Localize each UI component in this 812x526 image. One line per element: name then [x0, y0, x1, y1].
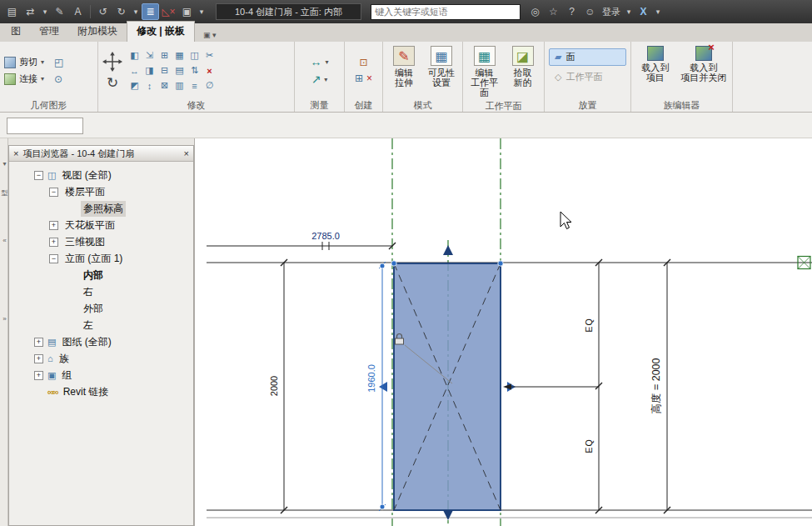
- collapsed-properties-strip[interactable]: ▾ 型 « »: [0, 138, 8, 526]
- expand-right-icon[interactable]: »: [1, 315, 8, 323]
- tree-item-ref-level[interactable]: 参照标高: [9, 200, 193, 217]
- place-on-face-option[interactable]: ▰ 面: [549, 48, 626, 66]
- edit-extrusion-button[interactable]: ✎ 编辑拉伸: [387, 46, 421, 88]
- collapse-icon[interactable]: −: [49, 254, 58, 263]
- trim-icon[interactable]: ✂: [202, 48, 217, 63]
- demolish-icon[interactable]: ∅: [202, 78, 217, 93]
- exchange-apps-icon[interactable]: X: [635, 3, 652, 20]
- mirror-icon[interactable]: ▦: [172, 48, 187, 63]
- group-icon[interactable]: ▤: [172, 63, 187, 78]
- measure-delete-icon[interactable]: ◺×: [160, 3, 177, 20]
- join-icon[interactable]: ⊠: [157, 78, 172, 93]
- tree-item-revit-links[interactable]: ∞∞ Revit 链接: [9, 383, 193, 400]
- aligned-dimension-button[interactable]: ↔ ▾: [310, 55, 328, 68]
- link-icon[interactable]: ⊙: [54, 73, 62, 85]
- search-input[interactable]: [371, 4, 521, 20]
- chevron-down-icon[interactable]: ▾: [653, 3, 663, 20]
- array-icon[interactable]: ⊞: [157, 48, 172, 63]
- offset-icon[interactable]: ⇲: [142, 48, 157, 63]
- linework-icon[interactable]: ≡: [187, 78, 202, 93]
- undo-icon[interactable]: ↺: [94, 3, 112, 20]
- rotate-small-icon[interactable]: ↔: [127, 63, 142, 78]
- drag-handle-down[interactable]: [443, 510, 453, 520]
- expand-icon[interactable]: +: [34, 371, 43, 380]
- pick-new-workplane-button[interactable]: ◪ 拾取新的: [506, 46, 540, 88]
- wall-joins-icon[interactable]: ▥: [172, 78, 187, 93]
- pen-icon[interactable]: ✎: [51, 3, 68, 20]
- join-geometry-button[interactable]: 连接 ▾ ⊙: [4, 73, 62, 85]
- load-into-project-close-button[interactable]: 载入到项目并关闭: [680, 46, 728, 83]
- component-button[interactable]: ⊞×: [355, 73, 372, 84]
- chevron-down-icon[interactable]: ▾: [131, 3, 141, 20]
- tree-item-groups[interactable]: + ▣ 组: [9, 367, 193, 383]
- drawing-canvas[interactable]: 2785.0 2000 1960.0: [194, 138, 812, 526]
- load-into-project-button[interactable]: 载入到项目: [635, 46, 675, 83]
- tree-item-elevations[interactable]: − 立面 (立面 1): [9, 250, 193, 267]
- align-icon[interactable]: ◧: [127, 48, 142, 63]
- close-icon[interactable]: ×: [184, 149, 189, 158]
- tab-modify-panel[interactable]: 修改 | 嵌板: [127, 21, 195, 42]
- active-tool-icon[interactable]: ≣: [142, 3, 159, 20]
- cope-icon[interactable]: ◫: [187, 48, 202, 63]
- door-panel-extrusion[interactable]: [394, 263, 501, 510]
- expand-icon[interactable]: +: [34, 354, 43, 363]
- favorites-star-icon[interactable]: ☆: [545, 3, 562, 20]
- corner-grip[interactable]: [498, 261, 503, 266]
- expand-icon[interactable]: +: [34, 338, 43, 347]
- match-icon[interactable]: ↕: [142, 78, 157, 93]
- move-icon[interactable]: [102, 52, 122, 74]
- chevron-down-icon[interactable]: ▾: [624, 3, 634, 20]
- login-button[interactable]: 登录: [600, 6, 623, 18]
- edit-workplane-button[interactable]: ▦ 编辑工作平面: [467, 46, 501, 98]
- dimension-height-label[interactable]: 高度 = 2000: [650, 259, 670, 513]
- expand-icon[interactable]: +: [49, 238, 58, 247]
- cut-geometry-button[interactable]: 剪切 ▾ ◰: [4, 56, 63, 68]
- chevron-down-icon[interactable]: ▾: [197, 3, 207, 20]
- pin-icon[interactable]: ⊟: [157, 63, 172, 78]
- user-avatar-icon[interactable]: ☺: [581, 3, 599, 20]
- close-icon[interactable]: ×: [13, 149, 18, 158]
- file-menu-icon[interactable]: ▤: [3, 3, 21, 20]
- tab-addins[interactable]: 附加模块: [68, 22, 127, 42]
- instance-button[interactable]: ⊡: [359, 57, 367, 68]
- measure-button[interactable]: ↗ ▾: [311, 73, 328, 86]
- sync-icon[interactable]: ⇄: [22, 3, 39, 20]
- tree-item-3dviews[interactable]: + 三维视图: [9, 233, 193, 250]
- help-icon[interactable]: ?: [563, 3, 580, 20]
- collapse-icon[interactable]: −: [49, 188, 58, 197]
- cube-icon[interactable]: ◰: [54, 57, 63, 68]
- text-tool-icon[interactable]: A: [69, 3, 87, 20]
- tree-item-exterior[interactable]: 外部: [9, 300, 193, 317]
- dimension-eq[interactable]: EQ EQ: [503, 259, 602, 513]
- collapse-left-icon[interactable]: «: [1, 237, 8, 244]
- tree-item-floorplans[interactable]: − 楼层平面: [9, 183, 193, 200]
- dimension-top[interactable]: 2785.0: [207, 231, 396, 250]
- tree-item-families[interactable]: + ⌂ 族: [9, 350, 193, 367]
- tag-icon[interactable]: ▣: [178, 3, 196, 20]
- project-browser-header[interactable]: × 项目浏览器 - 10-4 创建门扇 ×: [9, 146, 193, 162]
- scale-icon[interactable]: ⇅: [187, 63, 202, 78]
- tree-item-right[interactable]: 右: [9, 283, 193, 300]
- split-icon[interactable]: ◨: [142, 63, 157, 78]
- redo-icon[interactable]: ↻: [112, 3, 130, 20]
- chevron-down-icon[interactable]: ▾: [40, 3, 50, 20]
- chevron-down-icon[interactable]: ▾: [1, 160, 8, 168]
- delete-icon[interactable]: ×: [202, 63, 217, 78]
- expand-icon[interactable]: +: [49, 221, 58, 230]
- ribbon-toggle-icon[interactable]: ▣ ▾: [200, 28, 220, 42]
- collapse-icon[interactable]: −: [34, 171, 43, 180]
- tree-item-sheets[interactable]: + ▤ 图纸 (全部): [9, 333, 193, 350]
- binoculars-icon[interactable]: ◎: [526, 3, 544, 20]
- drag-handle-left[interactable]: [379, 382, 387, 392]
- paint-icon[interactable]: ◩: [127, 78, 142, 93]
- place-on-workplane-option[interactable]: ◇ 工作平面: [549, 68, 626, 86]
- tab-manage[interactable]: 管理: [30, 22, 68, 42]
- tab-view[interactable]: 图: [2, 22, 30, 42]
- tree-item-views[interactable]: − ◫ 视图 (全部): [9, 167, 193, 183]
- drag-handle-up[interactable]: [443, 245, 453, 255]
- type-selector-box[interactable]: [7, 118, 83, 134]
- rotate-icon[interactable]: ↻: [107, 77, 118, 90]
- tree-item-interior[interactable]: 内部: [9, 267, 193, 283]
- tree-item-left[interactable]: 左: [9, 317, 193, 333]
- tree-item-ceilingplans[interactable]: + 天花板平面: [9, 217, 193, 233]
